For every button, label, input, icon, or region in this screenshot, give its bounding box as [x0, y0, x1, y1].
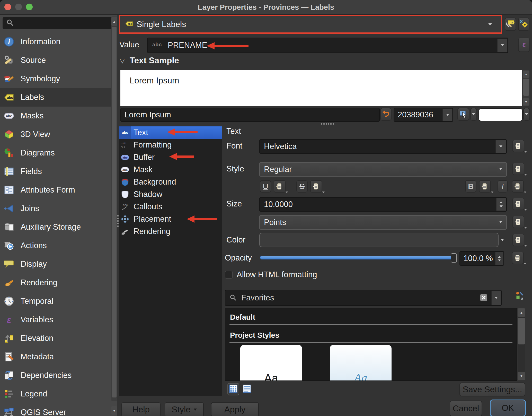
- sidebar-item-joins[interactable]: Joins: [0, 199, 111, 218]
- size-spinbox[interactable]: 10.0000: [259, 197, 507, 212]
- reset-sample-button[interactable]: [380, 108, 392, 121]
- font-color-swatch[interactable]: [259, 233, 499, 247]
- data-defined-override-underline-button[interactable]: [274, 180, 286, 193]
- sample-text-input[interactable]: Lorem Ipsum: [120, 108, 380, 122]
- sidebar-item-attributes-form[interactable]: Attributes Form: [0, 181, 111, 199]
- icon-view-button[interactable]: [227, 383, 239, 395]
- sidebar-item-metadata[interactable]: Metadata: [0, 348, 111, 366]
- help-button[interactable]: Help: [121, 402, 161, 416]
- style-manager-button[interactable]: a: [516, 291, 527, 303]
- list-view-button[interactable]: [242, 384, 252, 394]
- favorites-dropdown-button[interactable]: [491, 291, 501, 305]
- sidebar-item-variables[interactable]: εVariables: [0, 310, 111, 329]
- sample-scale-select[interactable]: 20389036: [394, 108, 453, 122]
- data-defined-override-font-style-button[interactable]: [512, 163, 524, 175]
- size-unit-select[interactable]: Points: [259, 215, 507, 230]
- sidebar-item-diagrams[interactable]: Diagrams: [0, 144, 111, 162]
- tab-callouts[interactable]: abcCallouts: [119, 201, 222, 213]
- sidebar-item-rendering[interactable]: Rendering: [0, 273, 111, 292]
- sample-scrollbar-thumb[interactable]: [523, 79, 529, 96]
- allow-html-checkbox[interactable]: [225, 271, 233, 279]
- sample-color-dropdown-button[interactable]: [523, 108, 530, 121]
- sidebar-item-qgis-server[interactable]: QGIS Server: [0, 403, 111, 416]
- sidebar-item-symbology[interactable]: Symbology: [0, 70, 111, 88]
- favorites-search-input[interactable]: Favorites: [225, 290, 502, 306]
- sidebar-item-source[interactable]: Source: [0, 51, 111, 70]
- sidebar-item-auxiliary-storage[interactable]: Auxiliary Storage: [0, 218, 111, 236]
- clear-filter-icon[interactable]: [480, 293, 488, 303]
- sidebar-scroll-down-button[interactable]: ▼: [111, 406, 117, 415]
- data-defined-override-opacity-button[interactable]: [512, 252, 524, 264]
- sidebar-item-elevation[interactable]: Elevation: [0, 329, 111, 348]
- tab-rendering[interactable]: Rendering: [119, 225, 222, 238]
- gallery-scrollbar-thumb[interactable]: [518, 318, 525, 344]
- bold-toggle[interactable]: B: [465, 180, 476, 193]
- data-defined-override-color-button[interactable]: [512, 234, 524, 246]
- size-spin-buttons[interactable]: [496, 198, 506, 211]
- sidebar-item-actions[interactable]: Actions: [0, 236, 111, 255]
- map-scale-picker-button[interactable]: [457, 108, 469, 121]
- tab-placement[interactable]: Placement: [119, 213, 222, 225]
- opacity-slider-track[interactable]: [260, 256, 454, 259]
- sidebar-splitter-handle[interactable]: [117, 215, 119, 227]
- map-scale-dropdown-button[interactable]: [470, 108, 477, 121]
- data-defined-override-font-button[interactable]: [512, 140, 524, 152]
- sidebar-search-input[interactable]: [3, 17, 114, 29]
- sidebar-scroll-up-button[interactable]: ▲: [111, 17, 117, 26]
- tab-mask[interactable]: abcMask: [119, 163, 222, 176]
- sidebar-item-temporal[interactable]: Temporal: [0, 292, 111, 310]
- sidebar-scrollbar-thumb[interactable]: [112, 27, 117, 397]
- tab-background[interactable]: Background: [119, 176, 222, 188]
- underline-toggle[interactable]: U: [260, 180, 271, 193]
- label-mode-select[interactable]: abc Single Labels: [120, 16, 501, 32]
- style-card-1[interactable]: Aa: [240, 345, 302, 381]
- scale-dropdown-button[interactable]: [442, 109, 452, 121]
- italic-toggle[interactable]: I: [498, 180, 508, 193]
- expression-builder-button[interactable]: ε: [518, 38, 530, 52]
- sidebar-item-labels[interactable]: abcLabels: [0, 88, 111, 107]
- color-dropdown-button[interactable]: [499, 234, 506, 246]
- label-settings-button[interactable]: a: [505, 18, 516, 31]
- opacity-spinbox[interactable]: 100.0 %: [459, 251, 504, 266]
- value-field-select[interactable]: abc PRENAME: [147, 38, 508, 53]
- strikethrough-toggle[interactable]: S: [296, 180, 308, 193]
- tab-buffer[interactable]: abcBuffer: [119, 151, 222, 163]
- opacity-slider-handle[interactable]: [451, 253, 457, 263]
- sample-scroll-down-button[interactable]: ▼: [523, 98, 529, 106]
- ok-button[interactable]: OK: [490, 400, 526, 416]
- sidebar-item-dependencies[interactable]: Dependencies: [0, 366, 111, 385]
- gallery-scroll-up-button[interactable]: ▲: [518, 308, 525, 317]
- data-defined-override-italic-button[interactable]: [512, 180, 524, 193]
- sidebar-item-legend[interactable]: Legend: [0, 385, 111, 403]
- view3d-icon: [3, 128, 15, 140]
- data-defined-override-size-button[interactable]: [512, 198, 524, 210]
- font-style-select[interactable]: Regular: [259, 162, 507, 177]
- sidebar-item-information[interactable]: iInformation: [0, 32, 111, 51]
- sample-scroll-up-button[interactable]: ▲: [523, 71, 529, 78]
- cancel-button[interactable]: Cancel: [450, 401, 482, 416]
- gallery-scroll-down-button[interactable]: ▼: [518, 372, 525, 380]
- save-settings-button[interactable]: Save Settings...: [459, 383, 525, 396]
- tab-text[interactable]: abcText: [119, 126, 222, 139]
- automated-placement-button[interactable]: [518, 18, 529, 31]
- collapse-triangle-icon[interactable]: ▽: [120, 57, 125, 64]
- value-dropdown-button[interactable]: [497, 39, 507, 52]
- sidebar-item-fields[interactable]: Fields: [0, 162, 111, 181]
- opacity-spin-buttons[interactable]: [495, 252, 503, 265]
- sample-background-color-swatch[interactable]: [478, 108, 523, 121]
- sidebar-item-masks[interactable]: abcMasks: [0, 107, 111, 125]
- data-defined-override-size-unit-button[interactable]: [512, 216, 524, 228]
- tab-shadow[interactable]: Shadow: [119, 188, 222, 201]
- style-card-2[interactable]: Aa: [330, 345, 392, 381]
- sidebar-item-3d-view[interactable]: 3D View: [0, 125, 111, 144]
- data-defined-override-strikethrough-button[interactable]: [310, 180, 322, 193]
- splitter-handle[interactable]: [321, 123, 334, 125]
- apply-button[interactable]: Apply: [211, 402, 259, 416]
- tab-formatting[interactable]: +ab< cFormatting: [119, 139, 222, 151]
- sidebar-item-display[interactable]: Display: [0, 255, 111, 273]
- font-select[interactable]: Helvetica: [259, 139, 507, 154]
- string-type-icon: abc: [152, 42, 162, 48]
- data-defined-override-bold-button[interactable]: [479, 180, 491, 193]
- font-dropdown-button[interactable]: [495, 140, 506, 153]
- style-menu-button[interactable]: Style: [165, 402, 204, 416]
